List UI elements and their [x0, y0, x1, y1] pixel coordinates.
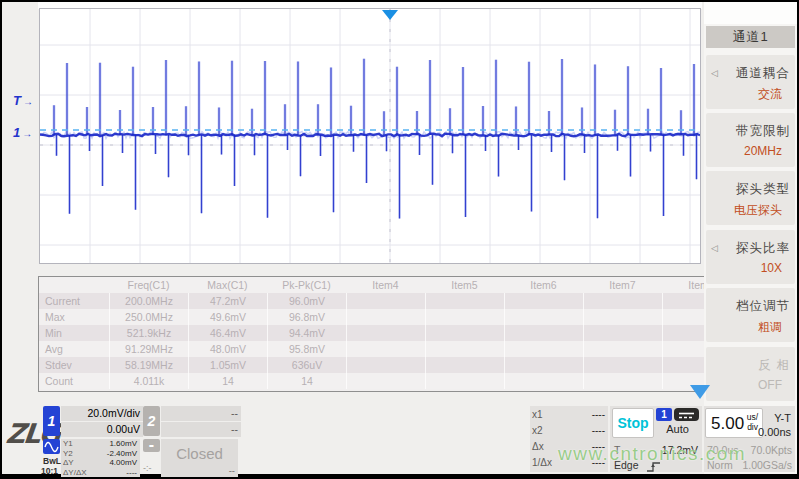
measure-cell	[504, 341, 583, 357]
channel2-scale[interactable]: --	[161, 406, 241, 421]
acquisition-state-button[interactable]: Stop	[612, 408, 654, 438]
measure-cell: 94.4mV	[267, 325, 346, 341]
channel2-offset[interactable]: --	[161, 422, 241, 437]
channel1-probe-ratio: 10:1	[41, 466, 58, 476]
measure-cell: 47.2mV	[188, 293, 267, 309]
menu-item-probe-type[interactable]: 探头类型 电压探头	[706, 171, 795, 225]
waveform-svg	[40, 9, 700, 263]
menu-item-value: 交流	[758, 86, 782, 103]
oscilloscope-screen: T→ 1→ Freq(C1)Max(C1)Pk-Pk(C1)Item4Item5…	[0, 0, 799, 479]
trigger-level-marker[interactable]: T→	[13, 93, 33, 108]
sample-rate: 1.00GSa/s	[742, 459, 792, 471]
channel2-value: --	[229, 465, 235, 476]
trigger-marker-label: T	[13, 93, 21, 108]
measure-row-label: Min	[39, 325, 109, 341]
measure-cell	[425, 341, 504, 357]
measure-row-label: Max	[39, 309, 109, 325]
menu-item-value: OFF	[758, 378, 782, 392]
channel1-baseline-marker[interactable]: 1→	[13, 125, 32, 140]
menu-item-gear-adjust[interactable]: 档位调节 粗调	[706, 288, 795, 342]
menu-top-strip	[704, 2, 797, 24]
measure-cell	[346, 325, 425, 341]
measure-cell	[346, 357, 425, 373]
measure-cell	[504, 357, 583, 373]
measure-column-header[interactable]: Item4	[346, 277, 425, 293]
measure-cell	[583, 309, 662, 325]
measure-cell: 14	[267, 373, 346, 389]
channel-menu-panel: 通道1 ◁ 通道耦合 交流 带宽限制 20MHz 探头类型 电压探头 ◁ 探头比…	[704, 2, 797, 474]
menu-item-value: 10X	[761, 261, 782, 275]
measure-row-label: Avg	[39, 341, 109, 357]
measure-cell: 14	[188, 373, 267, 389]
measure-column-header[interactable]: Pk-Pk(C1)	[267, 277, 346, 293]
measure-cell	[583, 373, 662, 389]
measure-cell: 95.8mV	[267, 341, 346, 357]
measure-cell	[583, 293, 662, 309]
watermark: www.cntronics.com	[558, 443, 746, 465]
measure-cell	[504, 293, 583, 309]
measure-cell	[425, 309, 504, 325]
channel2-status-field: Closed --	[161, 439, 238, 477]
measure-column-header[interactable]: Item6	[504, 277, 583, 293]
menu-title: 通道1	[706, 26, 795, 48]
menu-item-label: 探头类型	[736, 181, 790, 198]
arrow-right-icon: →	[23, 96, 33, 107]
display-area: T→ 1→ Freq(C1)Max(C1)Pk-Pk(C1)Item4Item5…	[2, 2, 797, 474]
timebase-unit-top: us/	[747, 412, 758, 422]
measure-cell: 96.0mV	[267, 293, 346, 309]
measure-cell: 58.19MHz	[109, 357, 188, 373]
measure-column-header[interactable]: Freq(C1)	[109, 277, 188, 293]
menu-item-label: 通道耦合	[736, 65, 790, 82]
channel1-cursor-readout: Y11.60mV Y2-2.40mV ΔY4.00mV ΔY/ΔX----	[61, 439, 140, 477]
measure-cell	[346, 293, 425, 309]
menu-item-value: 粗调	[758, 319, 782, 336]
memory-depth: 70.0Kpts	[751, 444, 792, 456]
measure-cell	[583, 325, 662, 341]
channel2-dash-icon: -	[143, 439, 160, 452]
trigger-mode[interactable]: Auto	[656, 423, 699, 435]
measure-cell	[425, 373, 504, 389]
measure-column-header[interactable]: Item7	[583, 277, 662, 293]
measure-cell: 521.9kHz	[109, 325, 188, 341]
trigger-coupling-dc-icon	[674, 408, 699, 421]
ac-coupling-icon	[43, 439, 60, 454]
measure-cell	[346, 309, 425, 325]
arrow-right-icon: →	[22, 128, 32, 139]
measure-column-header[interactable]: Max(C1)	[188, 277, 267, 293]
menu-item-label: 反 相	[759, 357, 790, 374]
measure-corner	[39, 277, 109, 293]
trigger-source-badge[interactable]: 1	[656, 408, 672, 421]
waveform-display[interactable]	[39, 8, 701, 264]
measure-cell: 636uV	[267, 357, 346, 373]
menu-item-value: 20MHz	[744, 144, 782, 158]
channel1-marker-label: 1	[13, 125, 20, 140]
display-mode: Y-T	[774, 412, 791, 424]
measure-cell: 91.29MHz	[109, 341, 188, 357]
timebase-value: 5.00	[711, 414, 744, 434]
measure-cell	[504, 373, 583, 389]
measure-cell	[346, 373, 425, 389]
menu-item-value: 电压探头	[734, 202, 782, 219]
channel1-scale[interactable]: 20.0mV/div	[61, 406, 143, 421]
measure-cell	[425, 357, 504, 373]
timebase-button[interactable]: 5.00 us/ div	[705, 408, 763, 438]
menu-item-coupling[interactable]: ◁ 通道耦合 交流	[706, 55, 795, 109]
measure-cell	[504, 325, 583, 341]
trigger-position-arrow-icon[interactable]	[382, 10, 398, 20]
measure-cell	[425, 325, 504, 341]
measure-cell: 49.6mV	[188, 309, 267, 325]
channel2-status: Closed	[161, 439, 238, 469]
menu-item-label: 带宽限制	[736, 123, 790, 140]
measure-cell	[346, 341, 425, 357]
trigger-delay: 0.00ns	[758, 426, 791, 438]
menu-scroll-down-icon[interactable]	[690, 385, 710, 399]
measure-column-header[interactable]: Item5	[425, 277, 504, 293]
channel1-offset[interactable]: 0.00uV	[61, 422, 143, 437]
menu-item-bandwidth-limit[interactable]: 带宽限制 20MHz	[706, 113, 795, 167]
channel1-box[interactable]: 1	[43, 406, 60, 436]
menu-item-label: 档位调节	[736, 298, 790, 315]
measure-cell: 96.8mV	[267, 309, 346, 325]
menu-item-probe-ratio[interactable]: ◁ 探头比率 10X	[706, 230, 795, 284]
collapse-left-arrow-icon: ◁	[711, 68, 718, 78]
channel2-box[interactable]: 2	[143, 406, 160, 436]
